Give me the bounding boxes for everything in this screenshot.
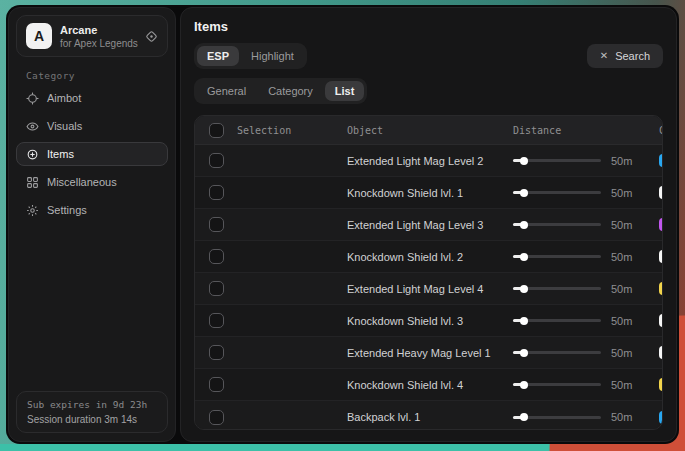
- row-checkbox[interactable]: [209, 377, 224, 392]
- color-swatch[interactable]: [659, 250, 663, 263]
- tab-esp[interactable]: ESP: [197, 46, 239, 66]
- app-subtitle: for Apex Legends: [60, 38, 137, 49]
- header-distance: Distance: [513, 125, 611, 136]
- tab-category[interactable]: Category: [258, 81, 323, 101]
- distance-value: 50m: [611, 379, 659, 391]
- object-name: Backpack lvl. 1: [347, 411, 513, 423]
- search-button-label: Search: [615, 50, 650, 62]
- table-row: Extended Light Mag Level 3 50m: [195, 209, 662, 241]
- sidebar-item-label: Aimbot: [47, 92, 81, 104]
- session-info-card: Sub expires in 9d 23h Session duration 3…: [16, 391, 168, 433]
- app-logo: A: [26, 23, 52, 49]
- color-swatch[interactable]: [659, 411, 663, 424]
- search-button[interactable]: ✕ Search: [587, 44, 663, 68]
- table-row: Extended Light Mag Level 2 50m: [195, 145, 662, 177]
- table-row: Knockdown Shield lvl. 2 50m: [195, 241, 662, 273]
- eye-icon: [26, 120, 39, 133]
- distance-value: 50m: [611, 187, 659, 199]
- table-row: Knockdown Shield lvl. 1 50m: [195, 177, 662, 209]
- row-checkbox[interactable]: [209, 345, 224, 360]
- table-body: Extended Light Mag Level 2 50m Knockdown…: [195, 145, 662, 430]
- distance-value: 50m: [611, 251, 659, 263]
- app-header-card: A Arcane for Apex Legends: [16, 15, 168, 57]
- object-name: Extended Light Mag Level 2: [347, 155, 513, 167]
- object-name: Knockdown Shield lvl. 1: [347, 187, 513, 199]
- target-circle-icon: [26, 148, 39, 161]
- distance-value: 50m: [611, 283, 659, 295]
- row-checkbox[interactable]: [209, 249, 224, 264]
- sidebar-item-visuals[interactable]: Visuals: [16, 114, 168, 138]
- color-swatch[interactable]: [659, 282, 663, 295]
- sub-expiry-text: Sub expires in 9d 23h: [27, 399, 157, 410]
- main-panel: Items ESPHighlight ✕ Search GeneralCateg…: [180, 7, 677, 442]
- sidebar-item-label: Miscellaneous: [47, 176, 117, 188]
- distance-slider[interactable]: [513, 159, 601, 162]
- distance-value: 50m: [611, 219, 659, 231]
- distance-slider[interactable]: [513, 351, 601, 354]
- distance-value: 50m: [611, 411, 659, 423]
- row-checkbox[interactable]: [209, 281, 224, 296]
- row-checkbox[interactable]: [209, 185, 224, 200]
- distance-slider[interactable]: [513, 223, 601, 226]
- object-name: Knockdown Shield lvl. 4: [347, 379, 513, 391]
- view-tab-group: GeneralCategoryList: [194, 78, 367, 104]
- object-name: Knockdown Shield lvl. 2: [347, 251, 513, 263]
- row-checkbox[interactable]: [209, 410, 224, 425]
- sidebar-item-label: Visuals: [47, 120, 82, 132]
- object-name: Extended Heavy Mag Level 1: [347, 347, 513, 359]
- items-table: Selection Object Distance Color Extended…: [194, 115, 663, 430]
- row-checkbox[interactable]: [209, 313, 224, 328]
- page-title: Items: [194, 19, 663, 34]
- app-window: A Arcane for Apex Legends Category Aimbo…: [6, 5, 679, 444]
- object-name: Extended Light Mag Level 3: [347, 219, 513, 231]
- object-name: Knockdown Shield lvl. 3: [347, 315, 513, 327]
- sidebar: A Arcane for Apex Legends Category Aimbo…: [8, 7, 176, 442]
- grid-icon: [26, 176, 39, 189]
- select-all-checkbox[interactable]: [209, 123, 224, 138]
- tab-list[interactable]: List: [325, 81, 365, 101]
- distance-value: 50m: [611, 347, 659, 359]
- header-object: Object: [347, 125, 513, 136]
- distance-value: 50m: [611, 315, 659, 327]
- header-color: Color: [659, 125, 663, 136]
- gear-icon: [26, 204, 39, 217]
- object-name: Extended Light Mag Level 4: [347, 283, 513, 295]
- row-checkbox[interactable]: [209, 217, 224, 232]
- sidebar-item-settings[interactable]: Settings: [16, 198, 168, 222]
- header-selection: Selection: [237, 125, 347, 136]
- color-swatch[interactable]: [659, 154, 663, 167]
- crosshair-icon: [26, 92, 39, 105]
- color-swatch[interactable]: [659, 378, 663, 391]
- distance-slider[interactable]: [513, 287, 601, 290]
- controls-row: ESPHighlight ✕ Search: [194, 43, 663, 69]
- sidebar-item-items[interactable]: Items: [16, 142, 168, 166]
- color-swatch[interactable]: [659, 346, 663, 359]
- distance-value: 50m: [611, 155, 659, 167]
- distance-slider[interactable]: [513, 416, 601, 419]
- mode-tab-group: ESPHighlight: [194, 43, 307, 69]
- color-swatch[interactable]: [659, 186, 663, 199]
- distance-slider[interactable]: [513, 191, 601, 194]
- session-duration-text: Session duration 3m 14s: [27, 414, 157, 425]
- sidebar-item-miscellaneous[interactable]: Miscellaneous: [16, 170, 168, 194]
- diamond-badge-icon[interactable]: [145, 30, 158, 43]
- sidebar-item-label: Items: [47, 148, 74, 160]
- row-checkbox[interactable]: [209, 153, 224, 168]
- color-swatch[interactable]: [659, 218, 663, 231]
- table-row: Knockdown Shield lvl. 3 50m: [195, 305, 662, 337]
- table-row: Extended Light Mag Level 4 50m: [195, 273, 662, 305]
- distance-slider[interactable]: [513, 383, 601, 386]
- distance-slider[interactable]: [513, 255, 601, 258]
- sidebar-item-label: Settings: [47, 204, 87, 216]
- close-icon: ✕: [600, 51, 608, 61]
- table-row: Backpack lvl. 1 50m: [195, 401, 662, 430]
- distance-slider[interactable]: [513, 319, 601, 322]
- sidebar-nav: Aimbot Visuals Items Miscellaneous Setti…: [9, 86, 175, 222]
- table-row: Knockdown Shield lvl. 4 50m: [195, 369, 662, 401]
- view-row: GeneralCategoryList: [194, 78, 663, 104]
- sidebar-item-aimbot[interactable]: Aimbot: [16, 86, 168, 110]
- tab-general[interactable]: General: [197, 81, 256, 101]
- color-swatch[interactable]: [659, 314, 663, 327]
- table-row: Extended Heavy Mag Level 1 50m: [195, 337, 662, 369]
- tab-highlight[interactable]: Highlight: [241, 46, 304, 66]
